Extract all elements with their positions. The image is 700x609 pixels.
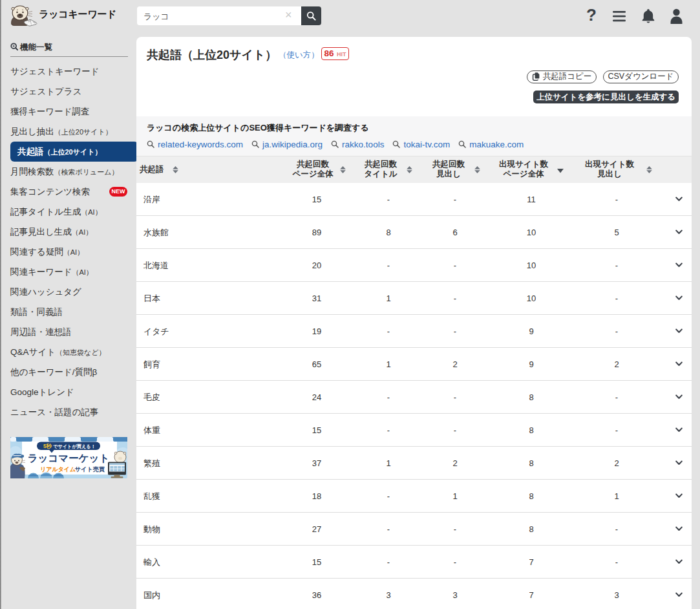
svg-text:でサイトが買える！: でサイトが買える！ [53,443,96,449]
svg-text:リアルタイム: リアルタイム [40,466,76,473]
svg-text:5秒: 5秒 [43,443,52,449]
svg-text:サイト売買: サイト売買 [74,466,105,473]
svg-text:ラッコマーケット: ラッコマーケット [28,453,110,464]
